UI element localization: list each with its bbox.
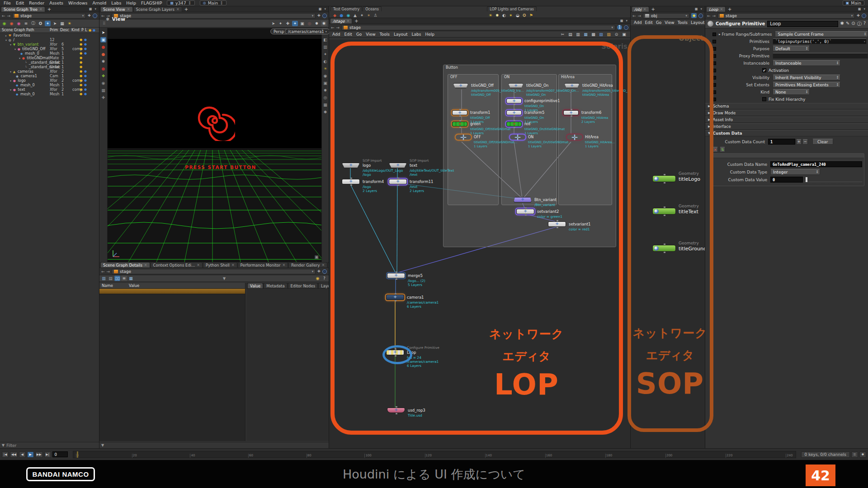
pane-menu-icon[interactable]: ■ ▾ — [858, 7, 868, 11]
spinner-icon[interactable]: ↕ — [805, 90, 808, 94]
param-value-field[interactable]: Primitives Missing Extents ↕ ▾ ➤ — [773, 82, 840, 88]
filter-funnel-icon[interactable]: ▼ — [101, 443, 104, 447]
custom-data-count-field[interactable]: 1 — [768, 139, 795, 145]
pin-icon[interactable]: ✚ — [857, 14, 860, 18]
clear-button[interactable]: Clear — [812, 139, 833, 145]
flame-flag-icon[interactable]: ● — [80, 69, 82, 74]
node-name-field[interactable]: Loop — [767, 21, 838, 27]
tree-toolbar-icon[interactable]: ◉ — [1, 21, 7, 26]
network-node[interactable]: ✛ transform1 titleGND_Off 1 Layers — [452, 110, 470, 115]
tree-row[interactable]: ▾ ◍ / 12 ● ● — [0, 38, 99, 42]
close-icon[interactable]: × — [176, 7, 179, 11]
node-body[interactable]: ✛ — [506, 122, 522, 127]
obj-menu-tools[interactable]: Tools — [678, 20, 688, 25]
network-node[interactable]: ✛ red titleGND_On/titleGNDmat 1 Layers — [506, 122, 524, 127]
close-icon[interactable]: × — [346, 19, 349, 23]
close-icon[interactable]: × — [643, 7, 646, 11]
spinner-icon[interactable]: ↕ — [836, 61, 839, 65]
playbar-options-icon[interactable]: ✱ — [859, 451, 866, 458]
flame-flag-icon[interactable]: ● — [80, 51, 82, 56]
tab-obj-network[interactable]: /obj × — [632, 6, 649, 12]
tab-scene-view[interactable]: Scene View × — [100, 6, 133, 12]
new-tab-button[interactable]: + — [46, 7, 53, 12]
expand-caret-icon[interactable]: ▶ — [708, 118, 710, 122]
viewport-left-icon[interactable]: ▦ — [100, 88, 106, 93]
node-body[interactable]: ✛ — [387, 408, 405, 413]
param-flag-checkbox[interactable] — [712, 69, 716, 72]
geometry-node[interactable]: Geometry titleText — [652, 208, 676, 215]
viewport-canvas[interactable]: PRESS START BUTTON — [108, 28, 321, 262]
shelf-tool-icon[interactable]: ▲ — [352, 13, 358, 18]
obj-network-canvas[interactable]: Objects Geometry titleLogo Geometry titl… — [631, 25, 705, 448]
play-backward-button[interactable]: ◀ — [19, 451, 26, 458]
viewport-right-icon[interactable]: ☀ — [322, 66, 328, 71]
param-value-field[interactable]: Inherit Parent Visibility ↕ ▾ ➤ — [773, 75, 840, 80]
close-icon[interactable]: × — [39, 7, 42, 11]
tree-row[interactable]: ▾ ● titleGND_Off Xfor 5 comp ● ● — [0, 47, 99, 51]
custom-data-value-field[interactable]: 0 — [770, 177, 803, 183]
radial-menu-icon[interactable] — [322, 269, 327, 274]
network-node[interactable]: ✛ merge5 /logo... (2) 5 Layers — [387, 273, 405, 278]
visible-flag-icon[interactable]: ● — [84, 42, 87, 47]
shelf-tab[interactable]: LOP Lights and Cameras — [487, 6, 537, 11]
snapshot-icon[interactable]: 1 — [617, 25, 622, 30]
tree-toolbar-icon[interactable]: ➤ — [52, 21, 58, 26]
net-menu-add[interactable]: Add — [332, 32, 340, 37]
network-node[interactable]: ✛ HitArea titleGND_HitArea… 1 Layers — [567, 135, 585, 140]
node-body[interactable]: ✛ — [564, 83, 580, 88]
details-toolbar-icon[interactable]: ▥ — [101, 276, 107, 281]
forward-icon[interactable]: → — [638, 14, 642, 18]
visible-flag-icon[interactable]: ● — [84, 51, 87, 56]
visible-flag-icon[interactable]: ● — [84, 47, 87, 51]
param-value-field[interactable]: None ↕ ▾ ➤ — [773, 89, 810, 95]
network-node[interactable]: ✛ titleGND_HitArea /obj/transform005_tit… — [564, 83, 582, 88]
details-tab[interactable]: Performance Monitor × — [238, 262, 288, 267]
viewport-left-icon[interactable]: ✚ — [100, 95, 106, 100]
viewport-right-icon[interactable]: ▦ — [322, 102, 328, 108]
visible-flag-icon[interactable]: ● — [84, 87, 87, 92]
next-keyframe-button[interactable]: ▶▶ — [35, 451, 43, 458]
expand-caret-icon[interactable]: ▸ — [5, 34, 7, 37]
details-path-field[interactable]: stage ▾ — [112, 269, 316, 274]
tree-toolbar-icon[interactable]: ◉ — [16, 21, 22, 26]
network-toolbar-icon[interactable]: ▨ — [606, 32, 612, 37]
flame-flag-icon[interactable]: ● — [80, 78, 82, 83]
param-value-field[interactable]: ↕ ▾ ➤ — [773, 53, 868, 59]
flame-flag-icon[interactable]: ● — [80, 74, 82, 78]
node-body[interactable]: ✛ — [510, 135, 525, 140]
network-node[interactable]: ✛ configureprimitive1 titleGND_On 1 Laye… — [506, 99, 524, 103]
new-tab-button[interactable]: + — [726, 7, 733, 12]
spinner-icon[interactable]: ↕ — [836, 75, 839, 80]
details-side-tab[interactable]: Value — [247, 283, 263, 288]
tree-row[interactable]: ◆ mesh_0 Mesh 1 ● ● — [0, 83, 99, 87]
tree-row[interactable]: ◆ mesh_0 Mesh 1 ● ● — [0, 92, 99, 96]
new-tab-button[interactable]: + — [650, 7, 657, 12]
reorder-entry-button[interactable]: ⇅ — [720, 147, 725, 152]
tab-scene-graph-layers[interactable]: Scene Graph Layers × — [133, 6, 182, 12]
obj-menu-edit[interactable]: Edit — [645, 20, 652, 25]
visible-flag-icon[interactable]: ● — [84, 78, 87, 83]
details-toolbar-icon[interactable]: ≡ — [121, 276, 127, 281]
visible-flag-icon[interactable]: ● — [84, 69, 87, 74]
tree-row[interactable]: ◆ mesh_0 Mesh 1 ● ● — [0, 51, 99, 56]
radial-menu-icon[interactable] — [93, 14, 97, 18]
viewport-left-icon[interactable]: ● — [100, 66, 106, 71]
shelf-tool-icon[interactable]: ◆ — [332, 13, 338, 18]
collapse-caret-icon[interactable]: ▼ — [708, 131, 710, 135]
net-menu-labs[interactable]: Labs — [412, 32, 421, 37]
param-section-header[interactable]: ▶ Asset Info — [705, 117, 868, 123]
radial-menu-icon[interactable] — [624, 25, 628, 30]
network-node[interactable]: ✛ green titleGND_Off/titleGNDmat 1 Layer… — [452, 122, 470, 127]
new-tab-button[interactable]: + — [353, 19, 360, 23]
forward-icon[interactable]: → — [107, 269, 110, 274]
node-body[interactable]: ✛ — [387, 273, 405, 278]
expand-caret-icon[interactable]: ▾ — [10, 43, 11, 46]
shelf-tab[interactable]: Oceans — [363, 6, 382, 11]
param-section-header[interactable]: ▶ Schema — [705, 103, 868, 109]
tree-path-field[interactable]: stage ▾ — [12, 13, 86, 19]
network-toolbar-icon[interactable]: ▧ — [598, 32, 604, 37]
shelf-tool-icon[interactable]: ✪ — [521, 13, 527, 18]
node-body[interactable]: ✛ — [563, 110, 579, 115]
details-side-tab[interactable]: Editor Nodes — [288, 283, 318, 288]
shelf-tool-icon[interactable]: ✶ — [508, 13, 514, 18]
